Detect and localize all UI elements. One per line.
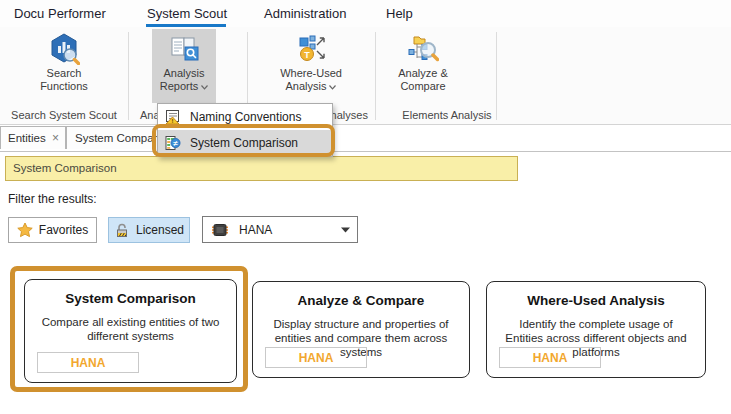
system-select-value: HANA <box>239 223 272 237</box>
menubar: Docu Performer System Scout Administrati… <box>0 0 731 27</box>
card-title: System Comparison <box>25 291 236 306</box>
ribbon-group-separator <box>496 32 497 120</box>
analysis-reports-icon <box>168 33 200 65</box>
button-label-line: Analysis <box>152 67 216 80</box>
tab-entities[interactable]: Entities × <box>0 126 66 149</box>
analyze-compare-icon <box>407 33 439 65</box>
tab-label: Entities <box>8 132 46 144</box>
licensed-filter-button[interactable]: Licensed <box>108 217 190 243</box>
analyze-compare-button[interactable]: Analyze & Compare <box>371 29 475 103</box>
button-label-text: Reports <box>160 80 199 92</box>
chevron-down-icon <box>201 80 208 93</box>
analysis-reports-button[interactable]: Analysis Reports <box>152 29 216 103</box>
star-icon <box>17 222 33 238</box>
ribbon: Search Functions Analysis Reports T Wher… <box>0 27 731 125</box>
tabbar: Entities × System Comparison <box>0 125 731 152</box>
section-header-bar[interactable]: System Comparison <box>5 156 518 181</box>
where-used-analysis-icon: T <box>295 33 327 65</box>
card-description: Compare all existing entities of two dif… <box>41 315 220 343</box>
card-analyze-compare[interactable]: Analyze & Compare Display structure and … <box>252 281 470 378</box>
hana-tag-button[interactable]: HANA <box>499 347 601 368</box>
licensed-label: Licensed <box>136 223 184 237</box>
hana-tag-button[interactable]: HANA <box>265 347 367 368</box>
card-title: Where-Used Analysis <box>487 293 705 308</box>
button-label-line: Search <box>18 67 110 80</box>
button-label-text: Analysis <box>286 80 327 92</box>
chip-icon <box>210 222 230 238</box>
menu-item-label: Naming Conventions <box>190 110 301 124</box>
svg-text:≠: ≠ <box>173 139 178 148</box>
button-label-line: Reports <box>152 80 216 93</box>
favorites-filter-button[interactable]: Favorites <box>8 217 97 243</box>
button-label-line: Analysis <box>259 80 363 93</box>
card-where-used-analysis[interactable]: Where-Used Analysis Identify the complet… <box>486 281 706 378</box>
system-comparison-icon: ≠ <box>165 135 181 151</box>
button-label-line: Compare <box>371 80 475 93</box>
ribbon-group-separator <box>128 32 129 120</box>
menu-system-scout[interactable]: System Scout <box>147 6 227 21</box>
menu-docu-performer[interactable]: Docu Performer <box>14 6 106 21</box>
dropdown-arrow-icon <box>341 227 350 233</box>
system-select-dropdown[interactable]: HANA <box>202 216 358 243</box>
menu-item-label: System Comparison <box>190 136 298 150</box>
search-functions-icon <box>48 33 80 65</box>
naming-conventions-icon: ! <box>165 109 181 125</box>
filter-results-label: Filter the results: <box>8 192 97 206</box>
padlock-icon <box>114 222 130 238</box>
button-label-line: Where-Used <box>259 67 363 80</box>
svg-text:T: T <box>304 50 310 60</box>
menu-administration[interactable]: Administration <box>264 6 346 21</box>
group-label-elements-analysis: Elements Analysis <box>398 109 496 121</box>
search-functions-button[interactable]: Search Functions <box>18 29 110 103</box>
close-icon[interactable]: × <box>52 127 59 150</box>
menu-item-naming-conventions[interactable]: ! Naming Conventions <box>158 104 332 130</box>
hana-tag-button[interactable]: HANA <box>37 352 139 373</box>
group-label-search-system-scout: Search System Scout <box>0 109 128 121</box>
menu-item-system-comparison[interactable]: ≠ System Comparison <box>158 130 332 156</box>
favorites-label: Favorites <box>39 223 88 237</box>
button-label-line: Analyze & <box>371 67 475 80</box>
button-label-line: Functions <box>18 80 110 93</box>
analysis-reports-dropdown: ! Naming Conventions ≠ System Comparison <box>157 103 333 157</box>
chevron-down-icon <box>329 80 336 93</box>
card-title: Analyze & Compare <box>253 293 469 308</box>
card-system-comparison[interactable]: System Comparison Compare all existing e… <box>24 279 237 383</box>
svg-text:!: ! <box>172 118 174 124</box>
menu-help[interactable]: Help <box>386 6 413 21</box>
where-used-analysis-button[interactable]: T Where-Used Analysis <box>259 29 363 103</box>
